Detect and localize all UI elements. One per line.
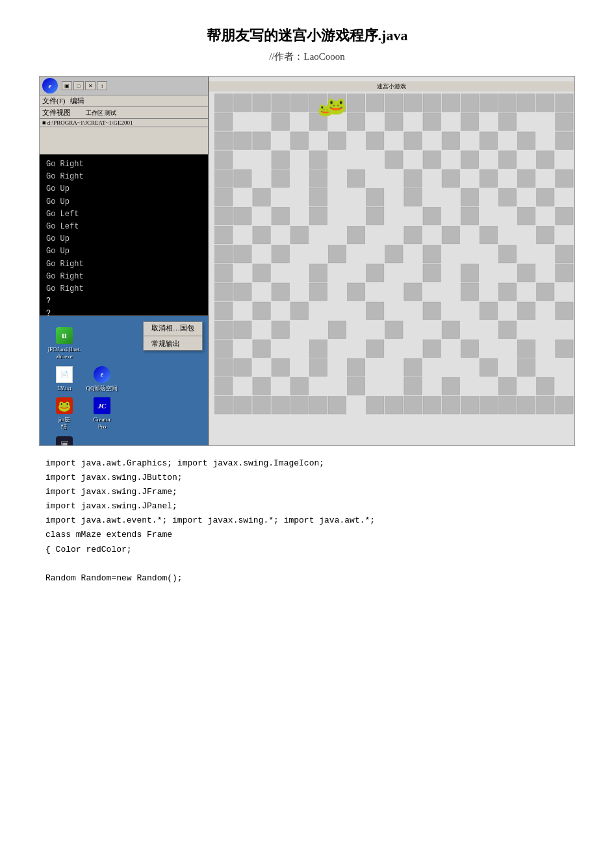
- svg-rect-114: [423, 302, 441, 319]
- context-menu: 取消相…国包 常规输出: [143, 321, 203, 351]
- menu-file[interactable]: 文件(F): [42, 96, 65, 106]
- svg-rect-4: [234, 94, 251, 112]
- svg-rect-51: [234, 169, 251, 187]
- menu-edit[interactable]: 编辑: [70, 96, 84, 106]
- svg-rect-139: [480, 358, 497, 376]
- svg-rect-45: [385, 151, 403, 168]
- svg-rect-5: [253, 94, 270, 112]
- svg-rect-98: [461, 264, 478, 282]
- console-line-8: Go Up: [46, 245, 201, 258]
- svg-rect-82: [442, 227, 459, 244]
- toolbar-btn-2[interactable]: □: [73, 81, 84, 90]
- svg-rect-27: [423, 113, 441, 130]
- svg-rect-64: [404, 188, 422, 206]
- svg-rect-34: [290, 132, 308, 149]
- svg-rect-108: [499, 283, 517, 301]
- svg-rect-104: [309, 283, 327, 301]
- svg-rect-6: [272, 94, 289, 112]
- svg-rect-150: [234, 397, 251, 414]
- svg-rect-43: [272, 151, 289, 168]
- svg-rect-53: [309, 169, 327, 187]
- svg-rect-26: [385, 113, 403, 130]
- svg-rect-120: [272, 321, 289, 338]
- context-menu-item-2[interactable]: 常规输出: [144, 338, 202, 350]
- svg-rect-142: [253, 378, 270, 395]
- desktop-icon-uu[interactable]: u jFOJ.axi llnet.zhi.exe: [47, 327, 81, 360]
- desktop-icon-frog-label: jm层结: [58, 416, 71, 430]
- creator-icon: JC: [93, 397, 111, 415]
- code-line-5: import java.awt.event.*; import javax.sw…: [45, 514, 569, 528]
- svg-rect-79: [290, 227, 308, 244]
- svg-rect-47: [461, 151, 478, 168]
- svg-rect-28: [461, 113, 478, 130]
- svg-rect-48: [499, 151, 517, 168]
- svg-rect-94: [253, 264, 270, 282]
- code-line-6: class mMaze extends Frame: [45, 528, 569, 542]
- svg-rect-110: [215, 302, 233, 319]
- code-section: import java.awt.Graphics; import javax.s…: [39, 456, 575, 586]
- svg-rect-145: [404, 378, 422, 395]
- console-line-2: Go Right: [46, 171, 201, 183]
- page-title: 帮朋友写的迷宫小游戏程序.java: [39, 26, 575, 45]
- svg-rect-13: [404, 94, 422, 112]
- svg-rect-129: [423, 340, 441, 357]
- file-view-label: 文件视图 工作区 测试: [40, 107, 208, 119]
- svg-rect-160: [442, 397, 459, 414]
- svg-rect-124: [499, 321, 517, 338]
- svg-rect-19: [518, 94, 535, 112]
- left-panel: e ▣ □ ✕ ↕ 文件(F) 编辑 文件视图 工作区 测试: [40, 77, 209, 445]
- svg-rect-20: [537, 94, 554, 112]
- svg-rect-18: [499, 94, 517, 112]
- svg-rect-125: [215, 340, 233, 357]
- desktop-icon-creator[interactable]: JC CreatorPro: [85, 397, 119, 430]
- uu-icon: u: [55, 327, 73, 345]
- svg-rect-146: [442, 378, 459, 395]
- svg-rect-41: [556, 132, 573, 149]
- svg-rect-50: [215, 169, 233, 187]
- svg-rect-111: [253, 302, 270, 319]
- svg-rect-161: [461, 397, 478, 414]
- console-cursor-1: ?: [46, 295, 201, 308]
- svg-rect-162: [480, 397, 497, 414]
- svg-rect-15: [442, 94, 459, 112]
- toolbar-btn-3[interactable]: ✕: [85, 81, 96, 90]
- svg-rect-159: [423, 397, 441, 414]
- svg-rect-137: [348, 358, 365, 376]
- svg-rect-33: [253, 132, 270, 149]
- svg-rect-38: [442, 132, 459, 149]
- svg-rect-88: [328, 245, 346, 263]
- svg-rect-138: [404, 358, 422, 376]
- svg-rect-52: [272, 169, 289, 187]
- svg-rect-40: [518, 132, 535, 149]
- toolbar-buttons: ▣ □ ✕ ↕: [60, 80, 109, 92]
- svg-rect-93: [215, 264, 233, 282]
- svg-rect-42: [215, 151, 233, 168]
- svg-rect-72: [366, 207, 384, 225]
- svg-rect-35: [328, 132, 346, 149]
- code-line-9: Random Random=new Random();: [45, 571, 569, 586]
- desktop-icon-frog[interactable]: 🐸 jm层结: [47, 397, 81, 430]
- svg-rect-90: [423, 245, 441, 263]
- toolbar-btn-4[interactable]: ↕: [97, 81, 107, 90]
- svg-rect-60: [215, 188, 233, 206]
- svg-rect-148: [537, 378, 554, 395]
- screenshot-area: e ▣ □ ✕ ↕ 文件(F) 编辑 文件视图 工作区 测试: [39, 76, 575, 446]
- svg-rect-85: [215, 245, 233, 263]
- toolbar-btn-1[interactable]: ▣: [62, 81, 72, 90]
- svg-rect-118: [215, 321, 233, 338]
- svg-rect-62: [309, 188, 327, 206]
- context-menu-item-1[interactable]: 取消相…国包: [144, 322, 202, 334]
- svg-rect-12: [385, 94, 403, 112]
- svg-rect-31: [215, 132, 233, 149]
- svg-rect-63: [366, 188, 384, 206]
- svg-rect-119: [234, 321, 251, 338]
- desktop-icon-ly[interactable]: 📄 LY.txt: [47, 366, 81, 392]
- frog-icon: 🐸: [55, 397, 73, 415]
- svg-rect-74: [461, 207, 478, 225]
- svg-rect-61: [253, 188, 270, 206]
- desktop-icon-qq[interactable]: e QQ部落空间: [85, 366, 119, 392]
- desktop-icon-bottom[interactable]: ▣: [47, 436, 81, 445]
- svg-rect-44: [309, 151, 327, 168]
- svg-rect-76: [556, 207, 573, 225]
- context-menu-separator: [144, 336, 202, 336]
